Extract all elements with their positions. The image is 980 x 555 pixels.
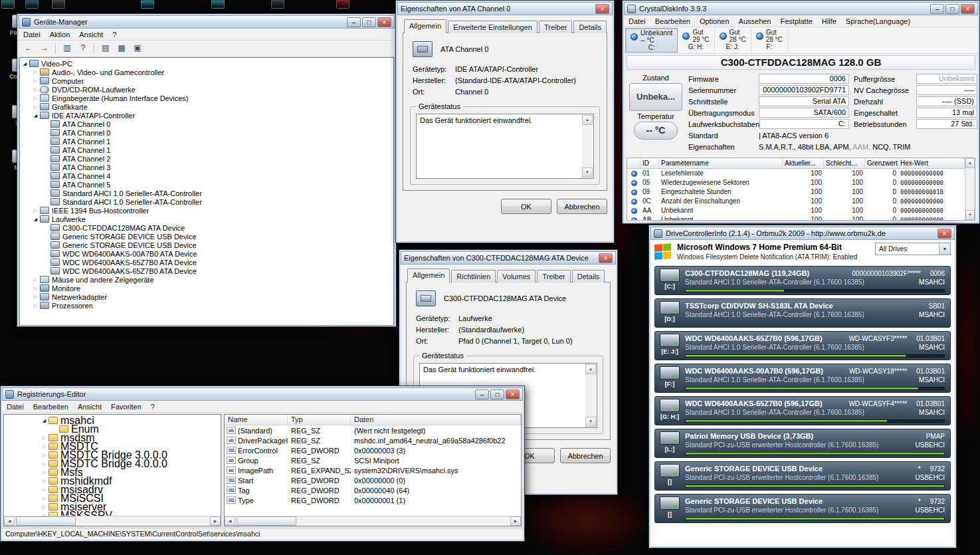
smart-cell[interactable]: 0 [865,197,898,206]
c300-tab-details[interactable]: Details [572,270,605,282]
scrollbar[interactable] [585,364,596,427]
c300-tab-treiber[interactable]: Treiber [537,270,570,282]
tree-expander-icon[interactable] [41,470,48,475]
device-item-ata-channel-2[interactable]: ATA Channel 2 [20,154,393,163]
desktop-icon[interactable] [211,0,225,9]
registry-value-standard[interactable]: (Standard)REG_SZ(Wert nicht festgelegt) [225,425,521,435]
dialog-titlebar[interactable]: Eigenschaften von ATA Channel 0 [397,2,613,15]
device-item-prozessoren[interactable]: Prozessoren [20,301,393,310]
scrollbar-thumb[interactable] [237,516,296,526]
menu-item-ansicht[interactable]: Ansicht [73,401,106,412]
registry-value-tag[interactable]: TagREG_DWORD0x00000040 (64) [225,485,521,495]
minimize-button[interactable] [347,17,361,27]
scroll-down-icon[interactable] [965,210,975,220]
device-item-ieee-1394-bus-hostcontroller[interactable]: IEEE 1394 Bus-Hostcontroller [20,206,393,215]
back-icon[interactable]: ← [21,42,36,55]
registry-value-type[interactable]: TypeREG_DWORD0x00000001 (1) [225,495,521,505]
smart-cell[interactable]: Wiederzugewiesene Sektoren [659,178,783,187]
smart-cell[interactable]: AB [640,215,659,221]
device-item-ata-channel-0[interactable]: ATA Channel 0 [20,128,393,137]
show-console-icon[interactable]: ▥ [60,42,74,55]
smart-cell[interactable]: 100 [783,215,824,221]
close-button[interactable] [599,253,613,263]
device-item-eingabeger-te-human-interface-devices[interactable]: Eingabegeräte (Human Interface Devices) [20,94,393,102]
drive-card[interactable]: []Generic STORAGE DEVICE USB Device*9732… [654,494,951,523]
tree-expander-icon[interactable] [21,61,29,66]
drive-card[interactable]: [G: H:]WDC WD6400AAKS-65Z7B0 (596,17GB)W… [654,396,951,425]
tree-expander-icon[interactable] [32,303,39,308]
forward-icon[interactable]: → [37,42,52,55]
scrollbar[interactable] [582,115,593,177]
smart-cell[interactable]: 000000000000 [898,169,965,178]
tree-expander-icon[interactable] [32,96,39,101]
cancel-button[interactable]: Abbrechen [560,448,611,463]
dialog-titlebar[interactable]: Eigenschaften von C300-CTFDDAC128MAG ATA… [401,251,616,265]
scroll-left-icon[interactable] [4,516,15,526]
scroll-up-icon[interactable] [585,364,596,374]
device-item-computer[interactable]: Computer [20,76,393,85]
list-icon[interactable]: ▤ [98,42,113,55]
tree-expander-icon[interactable] [32,277,39,282]
device-item-audio-video-und-gamecontroller[interactable]: Audio-, Video- und Gamecontroller [20,68,393,76]
smart-cell[interactable]: 0 [865,187,898,197]
tree-expander-icon[interactable] [41,444,48,449]
menu-item-datei[interactable]: Datei [19,29,45,40]
crystaldiskinfo-titlebar[interactable]: CrystalDiskInfo 3.9.3 [624,2,978,15]
help-icon[interactable]: ? [76,42,90,55]
smart-cell[interactable]: 100 [824,206,865,215]
tree-expander-icon[interactable] [32,78,39,84]
drivecontrollerinfo-titlebar[interactable]: DriveControllerInfo (2.1.4) - Orbmu2k 20… [650,227,955,240]
tree-expander-icon[interactable] [32,70,39,75]
drive-status-g-h[interactable]: Gut29 °CG: H: [678,28,714,53]
regkey-item-msdsm[interactable]: msdsm [4,433,221,442]
smart-cell[interactable]: 000000000000 [898,178,965,187]
desktop-icon[interactable] [271,0,284,9]
tree-expander-icon[interactable] [41,435,48,441]
horizontal-scrollbar[interactable] [4,516,221,526]
tree-expander-icon[interactable] [41,461,48,467]
menu-item-ansicht[interactable]: Ansicht [74,29,108,40]
menu-item-aussehen[interactable]: Aussehen [734,16,776,27]
scroll-up-icon[interactable] [582,115,593,125]
scroll-left-icon[interactable] [225,516,235,526]
smart-cell[interactable]: 100 [824,187,865,197]
smart-cell[interactable]: 000000000000 [898,215,965,221]
smart-cell[interactable]: Eingeschaltete Stunden [659,187,783,197]
smart-cell[interactable]: 000000000000 [898,206,965,215]
device-item-standard-ahci-1-0-serieller-ata-controller[interactable]: Standard AHCI 1.0 Serieller-ATA-Controll… [20,197,393,206]
registry-editor-titlebar[interactable]: Registrierungs-Editor [2,388,523,401]
tree-expander-icon[interactable] [41,418,48,423]
smart-cell[interactable]: 0C [640,197,659,206]
device-status-box[interactable]: Das Gerät funktioniert einwandfrei. [416,114,594,179]
drive-card[interactable]: [C:]C300-CTFDDAC128MAG (119,24GB)0000000… [654,266,951,295]
menu-item-item[interactable]: ? [108,29,121,40]
smart-cell[interactable]: 100 [824,215,865,221]
device-item-ata-channel-5[interactable]: ATA Channel 5 [20,180,393,189]
maximize-button[interactable] [490,389,504,399]
registry-value-driverpackageid[interactable]: DriverPackageIdREG_SZmshdc.inf_amd64_neu… [225,435,521,445]
tree-expander-icon[interactable] [32,104,39,110]
smart-column-header[interactable]: ID [640,158,659,169]
smart-cell[interactable]: 09 [640,187,659,197]
menu-item-datei[interactable]: Datei [624,16,650,27]
scroll-down-icon[interactable] [585,417,596,427]
scroll-down-icon[interactable] [582,167,593,177]
cancel-button[interactable]: Abbrechen [557,199,607,214]
smart-column-header[interactable]: Schlecht... [824,158,865,169]
smart-cell[interactable]: 01 [640,169,659,178]
close-button[interactable] [937,229,951,239]
scroll-right-icon[interactable] [210,516,221,526]
desktop-icon[interactable] [141,0,154,9]
maximize-button[interactable] [945,4,959,14]
device-item-laufwerke[interactable]: Laufwerke [20,215,393,223]
tree-expander-icon[interactable] [32,208,39,213]
close-button[interactable] [506,389,520,399]
device-item-ata-channel-3[interactable]: ATA Channel 3 [20,163,393,171]
desktop-icon[interactable] [1,0,15,9]
device-item-m-use-und-andere-zeigeger-te[interactable]: Mäuse und andere Zeigegeräte [20,275,393,284]
device-item-ide-ata-atapi-controller[interactable]: IDE ATA/ATAPI-Controller [20,111,393,120]
ata-tab-details[interactable]: Details [573,21,607,33]
smart-cell[interactable]: 0 [865,206,898,215]
tree-expander-icon[interactable] [41,479,48,484]
regkey-item-msahci[interactable]: msahci [4,416,221,425]
